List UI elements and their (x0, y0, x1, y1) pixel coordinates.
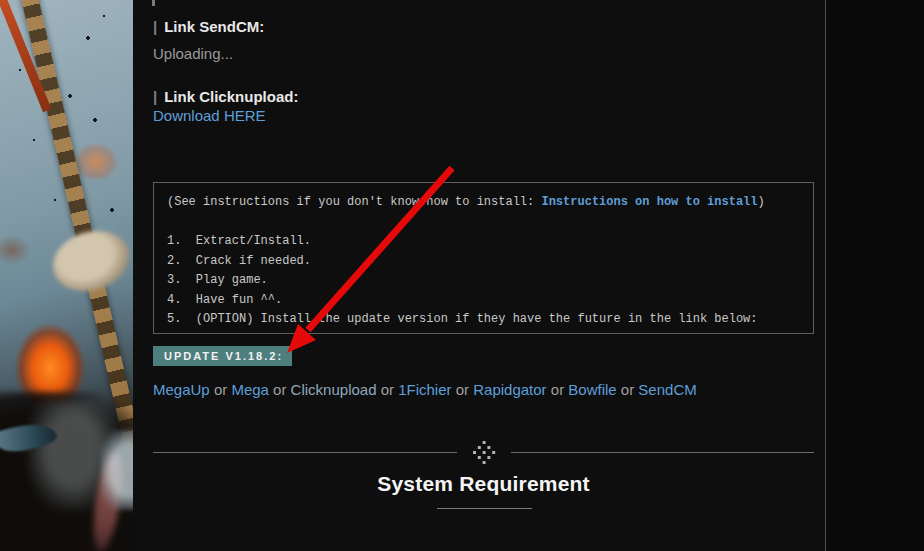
ice-highlight (101, 430, 133, 510)
mirror-link-clicknupload[interactable]: Clicknupload (291, 381, 377, 398)
step-5: 5. (OPTION) Install the update version i… (167, 310, 800, 330)
mirror-link-rapidgator[interactable]: Rapidgator (473, 381, 546, 398)
intro-suffix: ) (758, 195, 765, 209)
column-separator (825, 0, 826, 551)
divider-line-right (511, 452, 815, 453)
or-separator: or (456, 381, 469, 398)
or-separator: or (551, 381, 564, 398)
mirror-link-sendcm[interactable]: SendCM (638, 381, 696, 398)
mirror-link-bowfile[interactable]: Bowfile (568, 381, 616, 398)
or-separator: or (381, 381, 394, 398)
section-divider (153, 444, 814, 460)
clicknupload-heading: |Link Clicknupload: (153, 88, 298, 105)
divider-line-left (153, 452, 457, 453)
blank-line (167, 213, 800, 233)
sendcm-status: Uploading... (153, 45, 233, 62)
step-1: 1. Extract/Install. (167, 232, 800, 252)
step-3: 3. Play game. (167, 271, 800, 291)
hand-shape (45, 221, 133, 300)
cutoff-heading-bar (152, 0, 155, 6)
update-version-badge[interactable]: UPDATE V1.18.2: (153, 346, 292, 366)
mirror-link-megaup[interactable]: MegaUp (153, 381, 210, 398)
instructions-intro-line: (See instructions if you don't know how … (167, 193, 800, 213)
step-2: 2. Crack if needed. (167, 252, 800, 272)
mirror-link-mega[interactable]: Mega (231, 381, 269, 398)
title-underline (437, 508, 532, 509)
or-separator: or (214, 381, 227, 398)
mirror-links-row: MegaUp or Mega or Clicknupload or 1Fichi… (153, 381, 697, 398)
download-here-link[interactable]: Download HERE (153, 107, 266, 124)
mirror-link-1fichier[interactable]: 1Fichier (398, 381, 451, 398)
or-separator: or (621, 381, 634, 398)
intro-prefix: (See instructions if you don't know how … (167, 195, 541, 209)
heading-bar: | (153, 18, 157, 35)
step-4: 4. Have fun ^^. (167, 291, 800, 311)
game-artwork (0, 0, 133, 551)
or-separator: or (273, 381, 286, 398)
instructions-box: (See instructions if you don't know how … (153, 182, 814, 334)
diamond-dots-icon (470, 440, 498, 464)
heading-bar: | (153, 88, 157, 105)
how-to-install-link[interactable]: Instructions on how to install (541, 195, 757, 209)
sendcm-heading: |Link SendCM: (153, 18, 264, 35)
clicknupload-heading-label: Link Clicknupload: (164, 88, 298, 105)
system-requirement-title: System Requirement (153, 472, 814, 496)
sendcm-heading-label: Link SendCM: (164, 18, 264, 35)
